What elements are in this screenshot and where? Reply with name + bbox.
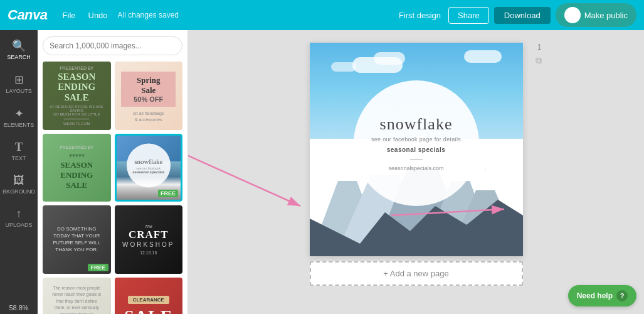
uploads-icon: ↑	[16, 207, 22, 220]
avatar	[564, 7, 581, 23]
free-badge: FREE	[158, 190, 178, 197]
need-help-button[interactable]: Need help ?	[568, 285, 636, 306]
topbar-nav: File Undo	[58, 8, 113, 23]
share-button[interactable]: Share	[448, 7, 489, 24]
sidebar-item-background[interactable]: 🖼 BKGROUND	[0, 168, 38, 201]
elements-label: ELEMENTS	[4, 122, 34, 128]
search-label: SEARCH	[7, 54, 31, 60]
sidebar-item-uploads[interactable]: ↑ UPLOADS	[0, 201, 38, 234]
divider	[410, 160, 423, 160]
design-name[interactable]: First design	[399, 11, 441, 20]
elements-icon: ✦	[14, 107, 24, 121]
save-status: All changes saved	[118, 11, 179, 19]
add-page-button[interactable]: + Add a new page	[310, 261, 523, 286]
undo-button[interactable]: Undo	[83, 8, 113, 23]
sidebar-item-layouts[interactable]: ⊞ LAYOUTS	[0, 67, 38, 100]
template-item[interactable]: DO SOMETHING TODAY THAT YOUR FUTURE SELF…	[43, 205, 111, 274]
text-label: TEXT	[11, 155, 26, 161]
template-item[interactable]: PRESENTED BY ▾▾▾▾▾ SEASONENDINGSALE	[43, 134, 111, 202]
copy-page-icon[interactable]: ⧉	[536, 55, 542, 66]
background-icon: 🖼	[13, 174, 24, 187]
make-public-button[interactable]: Make public	[556, 3, 636, 27]
text-icon: T	[15, 141, 23, 154]
snow-circle[interactable]: snowflake see our facebook page for deta…	[354, 80, 479, 206]
file-menu[interactable]: File	[58, 8, 81, 23]
design-title: snowflake	[380, 115, 453, 134]
templates-sidebar: PRESENTED BY SEASONENDINGSALE AT REDUCED…	[38, 30, 188, 314]
canvas-wrapper: snowflake see our facebook page for deta…	[310, 43, 523, 256]
design-url: seasonalspecials.com	[388, 165, 443, 171]
canvas-area: snowflake see our facebook page for deta…	[188, 30, 644, 314]
template-item[interactable]: PRESENTED BY SEASONENDINGSALE AT REDUCED…	[43, 62, 111, 130]
topbar: Canva File Undo All changes saved First …	[0, 0, 644, 30]
logo-text: Canva	[8, 7, 48, 23]
template-item-selected[interactable]: snowflake see our facebook seasonal spec…	[115, 134, 183, 202]
template-item[interactable]: The CRAFT WORKSHOP 12.16.16	[115, 205, 183, 274]
canvas-page[interactable]: snowflake see our facebook page for deta…	[310, 43, 523, 256]
template-item[interactable]: CLEARANCE SALE	[115, 278, 183, 315]
zoom-control[interactable]: 58.8%	[0, 298, 38, 314]
svg-line-12	[188, 153, 300, 206]
free-badge: FREE	[88, 264, 108, 271]
sidebar-item-search[interactable]: 🔍 SEARCH	[0, 33, 38, 67]
search-input[interactable]	[43, 36, 182, 55]
background-label: BKGROUND	[3, 188, 35, 195]
need-help-label: Need help	[577, 291, 613, 300]
template-item[interactable]: Spring Sale 50% OFF on all handbags& acc…	[115, 62, 183, 130]
layouts-icon: ⊞	[14, 73, 24, 87]
left-sidebar-icons: 🔍 SEARCH ⊞ LAYOUTS ✦ ELEMENTS T TEXT 🖼 B…	[0, 30, 38, 314]
layouts-label: LAYOUTS	[6, 88, 31, 94]
main-layout: 🔍 SEARCH ⊞ LAYOUTS ✦ ELEMENTS T TEXT 🖼 B…	[0, 30, 644, 314]
zoom-level: 58.8%	[9, 304, 28, 311]
topbar-right: First design Share Download Make public	[399, 3, 636, 27]
make-public-label: Make public	[584, 11, 628, 20]
download-button[interactable]: Download	[494, 7, 551, 24]
svg-marker-9	[474, 168, 497, 190]
search-icon: 🔍	[12, 39, 26, 53]
uploads-label: UPLOADS	[5, 222, 32, 228]
template-item[interactable]: The reason most people never reach their…	[43, 278, 111, 315]
design-specials: seasonal specials	[387, 146, 446, 153]
template-grid: PRESENTED BY SEASONENDINGSALE AT REDUCED…	[43, 62, 182, 314]
sidebar-item-elements[interactable]: ✦ ELEMENTS	[0, 100, 38, 134]
page-number: 1	[537, 43, 542, 51]
help-icon: ?	[616, 290, 628, 301]
canva-logo[interactable]: Canva	[8, 7, 48, 23]
sidebar-item-text[interactable]: T TEXT	[0, 134, 38, 168]
design-subtitle: see our facebook page for details	[371, 136, 461, 143]
